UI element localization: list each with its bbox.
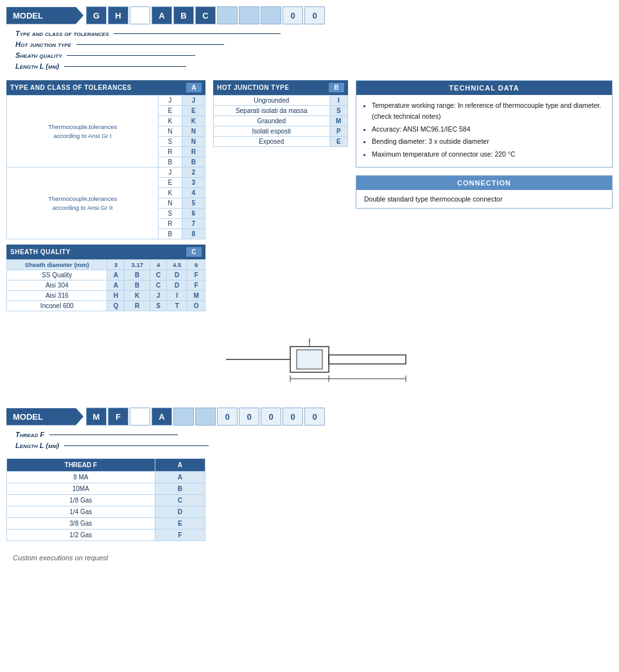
left-tables: TYPE AND CLASS OF TOLERANCES A Thermocou… (6, 80, 205, 311)
diagram-area (6, 318, 613, 401)
sheath-section: SHEATH QUALITY C Sheath diameter (mm) 3 … (6, 245, 205, 311)
model2-label: MODEL (6, 408, 83, 426)
bullet-2: Accuracy: ANSI MC96.1/IEC 584 (372, 124, 604, 135)
model1-cell-0b: 0 (304, 6, 325, 24)
model2-cell-e2 (195, 408, 216, 426)
custom-note: Custom executions on request (13, 554, 613, 562)
middle-col: HOT JUNCTION TYPE B Ungrounded I Separat… (213, 80, 348, 311)
sheath-header: SHEATH QUALITY C (6, 245, 205, 259)
model2-cell-gap1 (130, 408, 150, 426)
model1-cell-g: G (86, 6, 107, 24)
model2-cell-e1 (173, 408, 194, 426)
tolerances-section: TYPE AND CLASS OF TOLERANCES A Thermocou… (6, 80, 205, 239)
svg-rect-2 (297, 350, 322, 369)
model1-cell-e3 (261, 6, 281, 24)
main-content: TYPE AND CLASS OF TOLERANCES A Thermocou… (6, 80, 613, 311)
model2-cells: M F A 0 0 0 0 0 (86, 408, 325, 426)
model2-cell-0c: 0 (261, 408, 281, 426)
connection-header: CONNECTION (356, 176, 612, 190)
connection-box: CONNECTION Double standard type thermoco… (356, 175, 613, 209)
bullet-3: Bending diameter: 3 x outside diameter (372, 136, 604, 147)
table-row: Inconel 600 Q R S T O (7, 301, 205, 311)
sheath-table: Sheath diameter (mm) 3 3.17 4 4.5 6 SS Q… (6, 259, 205, 311)
table-row: SS Quality A B C D F (7, 270, 205, 280)
connection-content: Double standard type thermocouple connec… (356, 190, 612, 208)
hot-junction-table: Ungrounded I Separati isolati da massa S… (213, 95, 348, 147)
table-row: Aisi 316 H K J I M (7, 291, 205, 301)
group1-label: Thermocouple,tolerancesaccording to Ansi… (7, 96, 159, 168)
hot-junction-header: HOT JUNCTION TYPE B (213, 80, 348, 95)
model1-cell-c: C (195, 6, 216, 24)
model2-cell-0d: 0 (283, 408, 303, 426)
model2-section: MODEL M F A 0 0 0 0 0 Thread F Length L … (6, 408, 613, 541)
sheath-subheader-row: Sheath diameter (mm) 3 3.17 4 4.5 6 (7, 260, 205, 270)
legend2-item1: Thread F (15, 431, 613, 438)
technical-data-box: TECHNICAL DATA Temperature working range… (356, 80, 613, 168)
table-row: Graunded M (214, 116, 348, 126)
legend1-item1: Type and class of tolerances (15, 30, 613, 37)
table-row: 3/8 Gas E (7, 518, 205, 530)
table-row: 8 MA A (7, 472, 205, 483)
model2-bar: MODEL M F A 0 0 0 0 0 (6, 408, 613, 426)
legend2: Thread F Length L (mm) (15, 431, 613, 449)
legend2-item2: Length L (mm) (15, 442, 613, 449)
table-row: 10MA B (7, 483, 205, 495)
model2-cell-0b: 0 (239, 408, 259, 426)
diagram-svg (187, 331, 432, 388)
thread-section: THREAD F A 8 MA A 10MA B 1/8 Gas C (6, 458, 613, 541)
table-row: 1/8 Gas C (7, 495, 205, 506)
tolerances-header: TYPE AND CLASS OF TOLERANCES A (6, 80, 205, 95)
legend1-item3: Sheath quality (15, 51, 613, 59)
table-row: Thermocouple,tolerancesaccording to Ansi… (7, 96, 205, 106)
model2-cell-0e: 0 (304, 408, 325, 426)
model1-cell-h: H (108, 6, 128, 24)
right-panel: TECHNICAL DATA Temperature working range… (356, 80, 613, 311)
svg-rect-3 (329, 355, 406, 364)
group2-label: Thermocouple,tolerancesaccording to Ansi… (7, 168, 159, 239)
table-row: Isolati esposti P (214, 126, 348, 137)
model1-label: MODEL (6, 7, 83, 24)
thread-code-header: A (155, 459, 205, 472)
model1-cell-e1 (217, 6, 238, 24)
tolerances-table: Thermocouple,tolerancesaccording to Ansi… (6, 95, 205, 239)
table-row: 1/2 Gas F (7, 530, 205, 541)
table-row: Separati isolati da massa S (214, 106, 348, 116)
legend1-item2: Hot junction type (15, 40, 613, 48)
model1-cell-0a: 0 (283, 6, 303, 24)
table-row: Aisi 304 A B C D F (7, 280, 205, 291)
thread-table: THREAD F A 8 MA A 10MA B 1/8 Gas C (6, 458, 205, 541)
table-row: Ungrounded I (214, 96, 348, 106)
thread-header: THREAD F (7, 459, 155, 472)
model1-cell-e2 (239, 6, 259, 24)
table-row: Exposed E (214, 137, 348, 147)
model1-cell-gap1 (130, 6, 150, 24)
bullet-4: Maximum temperature of connector use: 22… (372, 149, 604, 160)
model1-cells: G H A B C 0 0 (86, 6, 325, 24)
hot-junction-section: HOT JUNCTION TYPE B Ungrounded I Separat… (213, 80, 348, 147)
model1-cell-b: B (173, 6, 194, 24)
thread-header-row: THREAD F A (7, 459, 205, 472)
model1-bar: MODEL G H A B C 0 0 (6, 6, 613, 24)
model2-cell-a: A (152, 408, 172, 426)
table-row: 1/4 Gas D (7, 506, 205, 518)
model2-cell-0a: 0 (217, 408, 238, 426)
table-row: Thermocouple,tolerancesaccording to Ansi… (7, 168, 205, 178)
legend1: Type and class of tolerances Hot junctio… (15, 30, 613, 70)
bullet-1: Temperature working range: In reference … (372, 100, 604, 122)
legend1-item4: Length L (mm) (15, 62, 613, 70)
model2-cell-m: M (86, 408, 107, 426)
tech-data-header: TECHNICAL DATA (356, 81, 612, 95)
tech-data-content: Temperature working range: In reference … (356, 95, 612, 167)
model2-cell-f: F (108, 408, 128, 426)
model1-cell-a: A (152, 6, 172, 24)
